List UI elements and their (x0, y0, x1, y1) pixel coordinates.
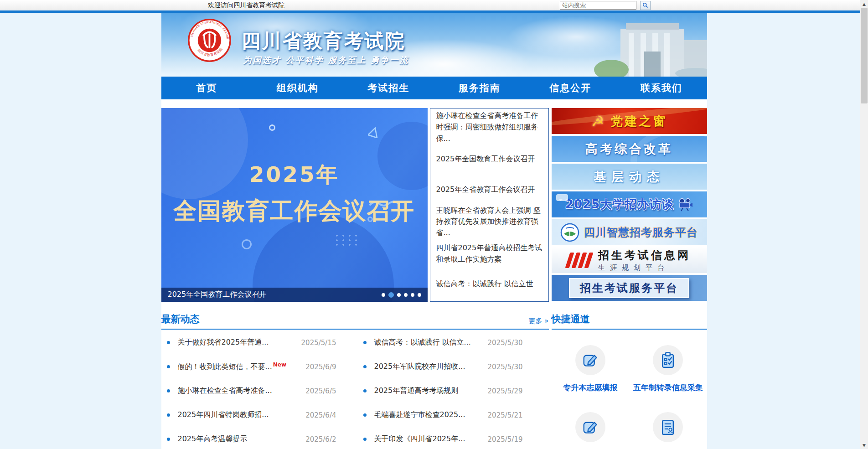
bullet-icon (363, 341, 367, 344)
news-item[interactable]: 施小琳在检查全省高考准备... 2025/6/5 (167, 379, 336, 403)
banner-exam-service-platform[interactable]: 招生考试服务平台 (552, 275, 707, 301)
site-header: SICHUAN EDUCATIONAL EXAMINATIONS AUTHORI… (161, 13, 707, 77)
edit-icon (582, 351, 599, 369)
banner-column: ☭ 党建之窗 高考综合改革 基层动态 2025大学招办访谈 (552, 108, 707, 302)
carousel-dot-active[interactable] (388, 292, 394, 298)
scrollbar-thumb[interactable] (861, 8, 868, 103)
bullet-icon (363, 413, 367, 417)
site-title: 四川省教育考试院 (242, 28, 406, 54)
building-photo (593, 20, 707, 77)
speech-bubble-icon (556, 194, 568, 201)
ring-decoration (242, 239, 252, 249)
quick-links-title: 快捷通道 (552, 313, 590, 325)
bullet-icon (167, 413, 170, 417)
edit-icon (582, 418, 599, 436)
search-icon (642, 2, 648, 8)
nav-item-info-disclosure[interactable]: 信息公开 (525, 77, 616, 99)
search-input[interactable] (560, 1, 636, 10)
browser-scrollbar[interactable]: ▲ ▼ (860, 0, 868, 449)
quick-links-section: 快捷通道 专升本志愿填报 (552, 313, 707, 449)
headline-item[interactable]: 四川省2025年普通高校招生考试和录取工作实施方案 (430, 239, 548, 269)
news-list-left: 关于做好我省2025年普通... 2025/5/15 假的！收到此类短信，不要.… (167, 330, 336, 449)
banner-smart-admission-platform[interactable]: 四川智慧招考服务平台 (552, 219, 707, 245)
quick-link-wunianzhi[interactable]: 五年制转录信息采集 (629, 345, 707, 393)
news-item[interactable]: 诚信高考：以诚践行 以信立... 2025/5/30 (363, 330, 523, 355)
carousel-pagination (382, 292, 421, 298)
triangle-decoration (368, 126, 380, 138)
more-link[interactable]: 更多 » (529, 317, 549, 325)
headline-item[interactable]: 2025年全国教育工作会议召开 (430, 144, 548, 175)
carousel-dot[interactable] (404, 293, 408, 297)
top-bar: 欢迎访问四川省教育考试院 (0, 0, 860, 10)
carousel-dot[interactable] (411, 293, 414, 297)
headline-item[interactable]: 2025年全省教育工作会议召开 (430, 175, 548, 205)
nav-item-contact[interactable]: 联系我们 (616, 77, 707, 99)
quick-link-3[interactable] (552, 412, 630, 449)
headline-item[interactable]: 施小琳在检查全省高考准备工作时强调：周密细致做好组织服务保... (430, 110, 548, 144)
nav-item-organization[interactable]: 组织机构 (252, 77, 343, 99)
banner-grassroots-news[interactable]: 基层动态 (552, 164, 707, 190)
carousel-dot[interactable] (382, 293, 385, 297)
news-item[interactable]: 2025年高考温馨提示 2025/6/2 (167, 427, 336, 449)
news-item[interactable]: 假的！收到此类短信，不要...New 2025/6/9 (167, 355, 336, 379)
news-item[interactable]: 毛端喜赴遂宁市检查2025... 2025/5/21 (363, 403, 523, 427)
news-item[interactable]: 2025年四川省特岗教师招... 2025/6/4 (167, 403, 336, 427)
scroll-up-button[interactable]: ▲ (860, 0, 868, 8)
ring-decoration (269, 124, 275, 131)
bullet-icon (363, 438, 367, 441)
site-search (560, 1, 651, 10)
bullet-icon (363, 365, 367, 368)
quick-link-4[interactable] (629, 412, 707, 449)
carousel-headline: 2025年 全国教育工作会议召开 (161, 160, 428, 227)
news-item[interactable]: 关于做好我省2025年普通... 2025/5/15 (167, 330, 336, 355)
latest-news-section: 最新动态 更多 » 关于做好我省2025年普通... 2025/5/15 假的！… (161, 313, 549, 449)
news-list-right: 诚信高考：以诚践行 以信立... 2025/5/30 2025年军队院校在川招收… (363, 330, 523, 449)
banner-exam-info-net[interactable]: 招生考试信息网 生涯规划平台 (552, 247, 707, 273)
carousel-dot[interactable] (418, 293, 421, 297)
welcome-text: 欢迎访问四川省教育考试院 (208, 1, 284, 10)
bullet-icon (363, 389, 367, 392)
carousel-caption-bar: 2025年全国教育工作会议召开 (161, 288, 428, 302)
platform-logo-icon (560, 223, 579, 242)
bullet-icon (167, 341, 170, 344)
nav-item-home[interactable]: 首页 (161, 77, 253, 99)
news-item[interactable]: 关于印发《四川省2025年... 2025/5/19 (363, 427, 523, 449)
headline-item[interactable]: 王晓晖在全省教育大会上强调 坚持教育优先发展加快推进教育强省... (430, 205, 548, 239)
news-item[interactable]: 2025年军队院校在川招收... 2025/5/30 (363, 355, 523, 379)
banner-admissions-interview[interactable]: 2025大学招办访谈 (552, 191, 707, 217)
latest-news-title: 最新动态 (161, 313, 200, 325)
main-content: 2025年 全国教育工作会议召开 2025年全国教育工作会议召开 施小琳在检查全… (161, 99, 707, 449)
dots-decoration (334, 233, 359, 247)
camera-icon (677, 198, 693, 212)
headline-list: 施小琳在检查全省高考准备工作时强调：周密细致做好组织服务保... 2025年全国… (430, 108, 549, 302)
carousel-dot[interactable] (397, 293, 401, 297)
hammer-sickle-icon: ☭ (591, 113, 604, 130)
nav-item-exam-admission[interactable]: 考试招生 (343, 77, 434, 99)
scroll-down-button[interactable]: ▼ (860, 441, 868, 449)
banner-party-building[interactable]: ☭ 党建之窗 (552, 108, 707, 134)
nav-item-service-guide[interactable]: 服务指南 (434, 77, 525, 99)
bullet-icon (167, 438, 170, 441)
headline-item[interactable]: 诚信高考：以诚践行 以信立世 (430, 269, 548, 299)
institute-seal-logo: SICHUAN EDUCATIONAL EXAMINATIONS AUTHORI… (188, 19, 231, 62)
news-carousel[interactable]: 2025年 全国教育工作会议召开 2025年全国教育工作会议召开 (161, 108, 428, 302)
bullet-icon (167, 365, 170, 368)
banner-gaokao-reform[interactable]: 高考综合改革 (552, 136, 707, 162)
main-nav: 首页 组织机构 考试招生 服务指南 信息公开 联系我们 (161, 77, 707, 99)
site-slogan: 为国选才 公平科学 服务至上 勇争一流 (243, 55, 409, 66)
bullet-icon (167, 389, 170, 392)
news-item[interactable]: 2025年普通高考考场规则 2025/5/29 (363, 379, 523, 403)
document-icon (659, 418, 677, 436)
new-badge: New (273, 361, 286, 368)
quick-link-zhuanshengben[interactable]: 专升本志愿填报 (552, 345, 630, 393)
red-stripes-icon (568, 253, 591, 268)
carousel-caption: 2025年全国教育工作会议召开 (168, 290, 382, 299)
clipboard-check-icon (659, 351, 677, 369)
search-button[interactable] (640, 1, 651, 10)
